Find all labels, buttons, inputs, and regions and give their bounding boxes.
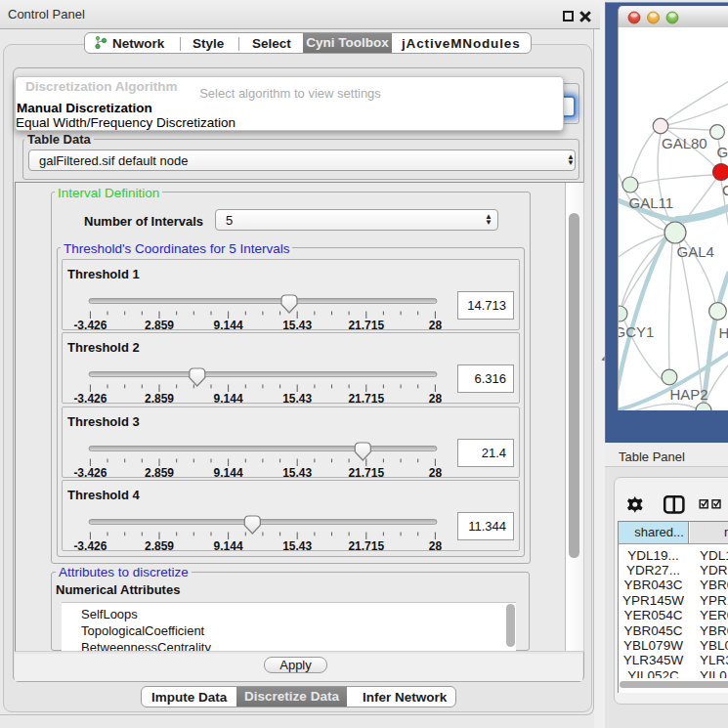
svg-text:GAL11: GAL11 xyxy=(629,194,674,211)
svg-text:15.43: 15.43 xyxy=(282,466,312,479)
svg-text:21.715: 21.715 xyxy=(348,466,384,479)
svg-text:9.144: 9.144 xyxy=(214,539,243,552)
svg-text:28: 28 xyxy=(429,539,443,552)
svg-text:2.859: 2.859 xyxy=(145,392,174,405)
svg-text:21.715: 21.715 xyxy=(348,319,384,331)
svg-text:-3.426: -3.426 xyxy=(73,319,107,331)
svg-text:21.715: 21.715 xyxy=(348,392,384,405)
svg-text:GAL80: GAL80 xyxy=(662,135,707,151)
svg-text:21.715: 21.715 xyxy=(348,539,384,552)
svg-text:GA: GA xyxy=(717,144,728,160)
svg-text:9.144: 9.144 xyxy=(214,392,243,405)
svg-text:H: H xyxy=(719,324,728,341)
svg-text:9.144: 9.144 xyxy=(214,319,243,331)
svg-text:C: C xyxy=(722,182,728,198)
svg-text:HAP2: HAP2 xyxy=(670,386,708,403)
svg-text:-3.426: -3.426 xyxy=(73,539,107,552)
svg-text:28: 28 xyxy=(429,319,443,331)
svg-text:15.43: 15.43 xyxy=(282,319,312,331)
svg-text:15.43: 15.43 xyxy=(282,539,312,552)
svg-text:-3.426: -3.426 xyxy=(73,466,107,479)
svg-text:28: 28 xyxy=(429,466,443,479)
svg-text:28: 28 xyxy=(429,392,443,405)
svg-text:GCY1: GCY1 xyxy=(619,323,654,340)
svg-text:2.859: 2.859 xyxy=(145,539,174,552)
svg-text:-3.426: -3.426 xyxy=(73,392,107,405)
svg-text:2.859: 2.859 xyxy=(145,319,174,331)
svg-text:9.144: 9.144 xyxy=(214,466,243,479)
svg-text:15.43: 15.43 xyxy=(282,392,312,405)
svg-text:GAL4: GAL4 xyxy=(677,243,714,260)
svg-text:2.859: 2.859 xyxy=(145,466,174,479)
